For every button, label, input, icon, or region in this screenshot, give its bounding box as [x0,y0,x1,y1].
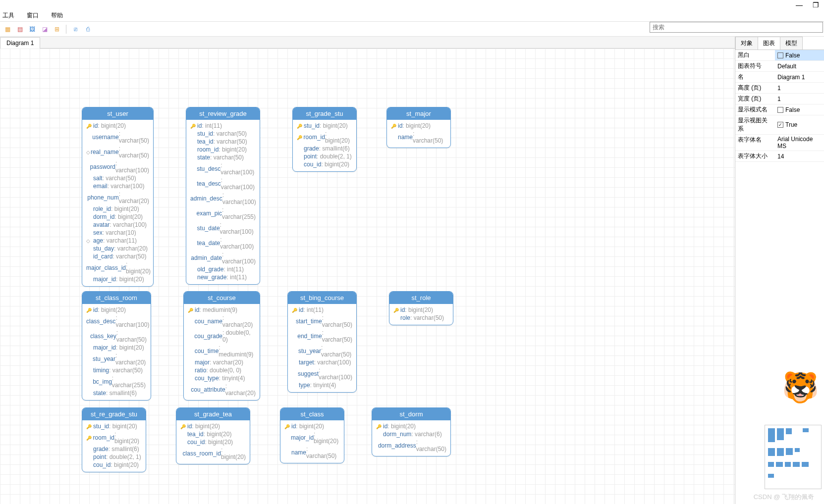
field-row[interactable]: state: smallint(6) [86,389,147,397]
field-row[interactable]: stu_desc: varchar(100) [190,161,256,176]
field-row[interactable]: dorm_num: varchar(6) [376,430,446,438]
db-table-st_class_room[interactable]: st_class_roomid: bigint(20)class_desc: v… [82,291,151,401]
tool-icon-1[interactable]: ▦ [2,24,12,34]
field-row[interactable]: id: bigint(20) [376,422,446,430]
table-header[interactable]: st_user [82,107,153,120]
field-row[interactable]: email: varchar(100) [86,182,149,190]
prop-val[interactable]: Default [775,61,824,71]
field-row[interactable]: stu_date: varchar(100) [190,221,256,236]
field-row[interactable]: grade: smallint(6) [86,445,142,453]
field-row[interactable]: dorm_id: bigint(20) [86,213,149,221]
db-table-st_review_grade[interactable]: st_review_gradeid: int(11)stu_id: varcha… [186,107,260,285]
field-row[interactable]: suggest: varchar(100) [292,366,352,381]
field-row[interactable]: admin_date: varchar(100) [190,251,256,265]
prop-val[interactable]: Diagram 1 [775,72,824,82]
table-header[interactable]: st_class_room [82,292,151,304]
field-row[interactable]: sex: varchar(10) [86,229,149,237]
field-row[interactable]: role: varchar(50) [393,314,449,322]
field-row[interactable]: start_time: varchar(50) [292,314,352,329]
field-row[interactable]: major: varchar(20) [188,358,256,366]
field-row[interactable]: major_id: bigint(20) [86,344,147,352]
field-row[interactable]: class_room_id: bigint(20) [180,446,246,461]
field-row[interactable]: id_card: varchar(50) [86,252,149,260]
table-header[interactable]: st_grade_tea [176,408,250,420]
canvas[interactable]: st_userid: bigint(20)username: varchar(5… [0,49,735,504]
field-row[interactable]: class_desc: varchar(100) [86,314,147,329]
field-row[interactable]: tea_id: varchar(50) [190,138,256,146]
field-row[interactable]: tea_desc: varchar(100) [190,176,256,191]
field-row[interactable]: username: varchar(50) [86,130,149,145]
checkbox-icon[interactable] [777,52,783,58]
field-row[interactable]: end_time: varchar(50) [292,329,352,344]
field-row[interactable]: old_grade: int(11) [190,265,256,273]
field-row[interactable]: stu_id: bigint(20) [297,122,352,130]
image-icon[interactable]: 🖼 [27,24,37,34]
tool-icon-6[interactable]: ⎚ [70,24,80,34]
field-row[interactable]: stu_id: varchar(50) [190,130,256,138]
table-header[interactable]: st_grade_stu [293,107,356,120]
field-row[interactable]: stu_id: bigint(20) [86,422,142,430]
table-header[interactable]: st_review_grade [186,107,260,120]
field-row[interactable]: id: bigint(20) [284,422,340,430]
db-table-st_dorm[interactable]: st_dormid: bigint(20)dorm_num: varchar(6… [372,407,451,456]
tab-diagram[interactable]: Diagram 1 [0,37,40,49]
field-row[interactable]: cou_type: tinyint(4) [188,374,256,382]
prop-val[interactable]: 1 [775,83,824,93]
field-row[interactable]: avatar: varchar(100) [86,221,149,229]
field-row[interactable]: salt: varchar(50) [86,174,149,182]
field-row[interactable]: timing: varchar(50) [86,366,147,374]
table-header[interactable]: st_dorm [372,408,450,420]
field-row[interactable]: name: varchar(50) [284,445,340,460]
field-row[interactable]: cou_name: varchar(20) [188,314,256,329]
field-row[interactable]: stu_year: varchar(20) [86,352,147,366]
field-row[interactable]: id: bigint(20) [86,122,149,130]
field-row[interactable]: type: tinyint(4) [292,381,352,389]
menu-tools[interactable]: 工具 [2,11,14,20]
field-row[interactable]: id: int(11) [190,122,256,130]
field-row[interactable]: major_id: bigint(20) [86,275,149,283]
db-table-st_course[interactable]: st_courseid: mediumint(9)cou_name: varch… [183,291,260,401]
table-header[interactable]: st_class [280,408,344,420]
table-header[interactable]: st_role [389,292,453,304]
table-header[interactable]: st_major [387,107,450,120]
field-row[interactable]: class_key: varchar(50) [86,329,147,344]
prop-val[interactable]: False [775,104,824,115]
field-row[interactable]: cou_id: bigint(20) [86,461,142,469]
db-table-st_role[interactable]: st_roleid: bigint(20)role: varchar(50) [389,291,453,325]
db-table-st_class[interactable]: st_classid: bigint(20)major_id: bigint(2… [280,407,344,463]
field-row[interactable]: tea_id: bigint(20) [180,430,246,438]
menu-help[interactable]: 帮助 [51,11,63,20]
field-row[interactable]: id: bigint(20) [86,306,147,314]
field-row[interactable]: stu_year: varchar(50) [292,344,352,358]
prop-val[interactable]: 1 [775,94,824,104]
field-row[interactable]: real_name: varchar(50) [86,145,149,159]
minimap[interactable] [765,425,822,489]
tool-icon-4[interactable]: ◪ [40,24,50,34]
tool-icon-7[interactable]: ⎙ [83,24,93,34]
field-row[interactable]: point: double(2, 1) [297,152,352,160]
field-row[interactable]: cou_id: bigint(20) [297,160,352,168]
field-row[interactable]: room_id: bigint(20) [297,130,352,145]
prop-val[interactable]: Arial Unicode MS [775,135,824,151]
checkbox-icon[interactable] [777,107,783,113]
field-row[interactable]: admin_desc: varchar(100) [190,191,256,206]
search-input[interactable] [650,22,823,33]
field-row[interactable]: major_class_id: bigint(20) [86,260,149,275]
table-header[interactable]: st_re_grade_stu [82,408,146,420]
field-row[interactable]: target: varchar(100) [292,358,352,366]
field-row[interactable]: room_id: bigint(20) [86,430,142,445]
maximize-button[interactable]: ❐ [813,1,819,9]
field-row[interactable]: grade: smallint(6) [297,145,352,152]
field-row[interactable]: cou_attribute: varchar(20) [188,382,256,397]
field-row[interactable]: age: varchar(11) [86,237,149,245]
field-row[interactable]: name: varchar(50) [391,130,446,145]
tab-model[interactable]: 模型 [780,37,803,50]
field-row[interactable]: stu_day: varchar(20) [86,245,149,252]
tool-icon-5[interactable]: ⊞ [52,24,62,34]
tab-chart[interactable]: 图表 [758,37,780,50]
minimize-button[interactable]: — [796,1,803,9]
field-row[interactable]: bc_img: varchar(255) [86,374,147,389]
db-table-st_re_grade_stu[interactable]: st_re_grade_stustu_id: bigint(20)room_id… [82,407,146,472]
tool-icon-2[interactable]: ▤ [15,24,25,34]
field-row[interactable]: password: varchar(100) [86,159,149,174]
